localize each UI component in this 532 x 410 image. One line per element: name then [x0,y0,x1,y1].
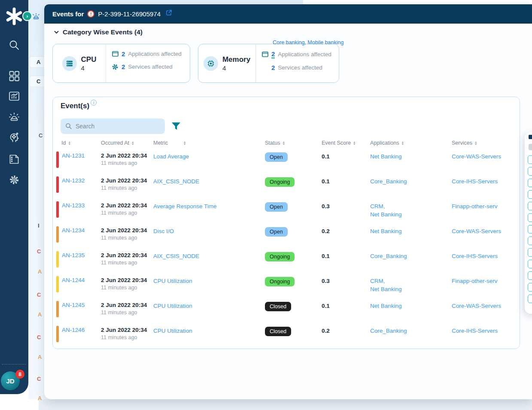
application-link[interactable]: CRM, [370,277,452,285]
severity-bar [56,326,59,342]
metric-link[interactable]: Disc I/O [153,228,174,234]
application-link[interactable]: Net Banking [370,210,452,219]
filter-item[interactable] [528,155,532,164]
services-affected-label: Services affected [278,64,322,71]
application-link[interactable]: Net Banking [370,152,452,161]
info-icon[interactable]: i [91,100,97,106]
occurred-at-cell: 2 Jun 2022 20:3411 minutes ago [101,150,153,166]
filter-funnel-icon[interactable] [171,121,181,131]
filter-item[interactable] [528,213,532,222]
metric-link[interactable]: AIX_CSIS_NODE [153,178,199,185]
service-link[interactable]: Finapp-other-serv [452,203,498,210]
applications-affected-count[interactable]: 2 [122,50,125,58]
services-affected-count[interactable]: 2 [271,64,275,71]
application-link[interactable]: Core_Banking [370,252,452,260]
settings-gear-icon[interactable] [8,174,20,186]
column-header-services[interactable]: Services▲▼ [452,140,520,146]
application-link[interactable]: Net Banking [370,227,452,235]
metric-link[interactable]: CPU Utilization [153,278,192,284]
event-id-link[interactable]: AN-1234 [62,227,85,243]
services-cell: Core-WAS-Servers [452,300,520,310]
column-header-metric[interactable]: Metric▲▼ [153,140,265,146]
event-id-link[interactable]: AN-1246 [62,327,85,342]
occurred-at-cell: 2 Jun 2022 20:3411 minutes ago [101,225,153,241]
metric-link[interactable]: CPU Utilization [153,303,192,309]
applications-icon [112,51,119,58]
service-link[interactable]: Core-WAS-Servers [452,153,501,160]
application-link[interactable]: Core_Banking [370,327,452,335]
metric-link[interactable]: Load Average [153,153,189,160]
metric-link[interactable]: AIX_CSIS_NODE [153,253,199,259]
column-header-event-score[interactable]: Event Score▲▼ [322,140,370,146]
column-header-id[interactable]: Id▲▼ [56,140,101,146]
service-link[interactable]: Core-IHS-Servers [452,328,498,334]
filter-item[interactable] [528,225,532,234]
occurred-at-date: 2 Jun 2022 20:34 [101,177,153,184]
alarm-siren-icon[interactable] [8,111,20,123]
application-link[interactable]: Core_Banking [370,177,452,185]
filter-item[interactable] [528,283,532,292]
events-table-header: Id▲▼ Occurred At▲▼ Metric▲▼ Status▲▼ Eve… [53,140,520,146]
metric-cell: AIX_CSIS_NODE [153,250,265,260]
notification-badge: 8 [15,370,24,379]
column-header-occurred-at[interactable]: Occurred At▲▼ [101,140,153,146]
app-logo-icon[interactable] [5,7,24,26]
category-section-toggle[interactable]: Category Wise Events (4) [54,28,143,36]
events-table-body: AN-12312 Jun 2022 20:3411 minutes agoLoa… [53,150,520,349]
dashboard-grid-icon[interactable] [8,70,20,82]
filter-panel-input[interactable] [529,144,532,150]
service-link[interactable]: Core-WAS-Servers [452,303,501,309]
sidebar-expand-toggle[interactable]: › [22,11,32,21]
overlay-title-prefix: Events for [52,10,84,18]
table-row: AN-12452 Jun 2022 20:3411 minutes agoCPU… [53,300,520,325]
filter-item[interactable] [528,260,532,268]
application-link[interactable]: Net Banking [370,302,452,310]
occurred-at-date: 2 Jun 2022 20:34 [101,202,153,209]
applications-affected-count[interactable]: 2 [271,50,275,58]
event-id-link[interactable]: AN-1231 [62,152,85,168]
open-in-new-icon[interactable] [166,9,172,16]
event-id-link[interactable]: AN-1235 [62,252,85,267]
event-score-value: 0.1 [322,178,330,185]
service-link[interactable]: Core-WAS-Servers [452,228,501,234]
metric-link[interactable]: CPU Utilization [153,328,192,334]
metric-link[interactable]: Average Response Time [153,203,217,210]
filter-item[interactable] [528,248,532,257]
filter-item[interactable] [528,271,532,280]
analytics-chart-icon[interactable] [8,90,20,102]
status-badge: Ongoing [265,252,295,261]
category-name: CPU [81,55,97,64]
status-cell: Open [265,150,322,162]
filter-item[interactable] [528,179,532,187]
column-header-applications[interactable]: Applications▲▼ [370,140,452,146]
applications-tooltip: Core banking, Mobile banking [273,39,344,46]
applications-cell: Net Banking [370,225,452,235]
application-link[interactable]: CRM, [370,202,452,210]
category-count: 4 [222,64,250,72]
events-panel-title: Event(s) [61,102,89,110]
filter-item[interactable] [528,237,532,245]
services-affected-count[interactable]: 2 [122,63,125,70]
service-link[interactable]: Finapp-other-serv [452,278,498,284]
reports-icon[interactable] [8,153,20,165]
services-cell: Core-WAS-Servers [452,225,520,235]
filter-item[interactable] [528,202,532,210]
filter-item[interactable] [528,295,532,303]
service-link[interactable]: Core-IHS-Servers [452,178,498,185]
event-id-link[interactable]: AN-1245 [62,302,85,317]
event-id-link[interactable]: AN-1232 [62,177,85,193]
services-icon [112,64,119,70]
search-input[interactable] [76,123,153,130]
search-nav-icon[interactable] [8,39,20,51]
column-header-status[interactable]: Status▲▼ [265,140,322,146]
application-link[interactable]: Net Banking [370,285,452,293]
event-id-link[interactable]: AN-1244 [62,277,85,292]
ai-insights-head-icon[interactable] [8,131,20,143]
occurred-at-cell: 2 Jun 2022 20:3411 minutes ago [101,325,153,340]
event-id-link[interactable]: AN-1233 [62,202,85,218]
filter-panel-icon[interactable] [529,135,532,139]
filter-item[interactable] [528,167,532,176]
service-link[interactable]: Core-IHS-Servers [452,253,498,259]
filter-item[interactable] [528,190,532,199]
id-cell: AN-1244 [56,275,101,292]
